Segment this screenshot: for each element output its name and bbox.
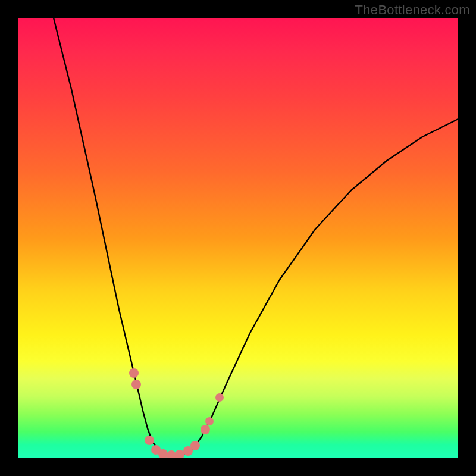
marker-dot — [167, 450, 176, 458]
marker-dot — [131, 380, 141, 389]
marker-dot — [129, 368, 139, 378]
marker-dot — [175, 450, 184, 458]
bottleneck-curve-svg — [18, 18, 458, 458]
marker-dot — [190, 441, 200, 450]
watermark: TheBottleneck.com — [355, 2, 470, 18]
marker-dot — [215, 393, 224, 402]
bottleneck-curve — [54, 18, 458, 456]
marker-dot — [205, 417, 214, 425]
marker-dot — [145, 436, 154, 445]
marker-dot — [201, 425, 210, 434]
frame: TheBottleneck.com — [0, 0, 476, 476]
plot-area — [18, 18, 458, 458]
